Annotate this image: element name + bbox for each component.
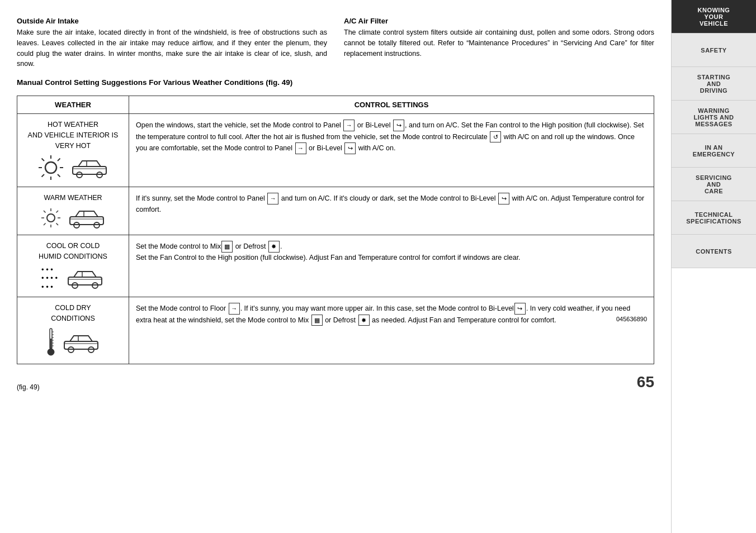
panel-icon-2: → bbox=[295, 142, 306, 154]
car-warm-icon bbox=[67, 207, 106, 229]
two-col-header: Outside Air Intake Make sure the air int… bbox=[17, 17, 654, 69]
section-title: Manual Control Setting Suggestions For V… bbox=[17, 78, 654, 87]
svg-line-8 bbox=[41, 174, 44, 177]
sidebar-item-label: STARTINGANDDRIVING bbox=[697, 74, 730, 94]
sidebar-item-servicing[interactable]: SERVICINGANDCARE bbox=[672, 168, 756, 201]
sidebar-item-safety[interactable]: SAFETY bbox=[672, 34, 756, 67]
hot-weather-icons bbox=[24, 154, 122, 181]
sun-warm-icon bbox=[40, 207, 62, 229]
sidebar-item-label: IN ANEMERGENCY bbox=[693, 144, 735, 158]
svg-line-6 bbox=[58, 174, 60, 177]
svg-point-0 bbox=[45, 162, 56, 173]
sidebar-item-starting[interactable]: STARTINGANDDRIVING bbox=[672, 67, 756, 101]
outside-air-text: Make sure the air intake, located direct… bbox=[17, 27, 327, 69]
mix-icon-2: ▦ bbox=[311, 315, 323, 326]
sidebar-item-emergency[interactable]: IN ANEMERGENCY bbox=[672, 134, 756, 168]
cold-weather-icons bbox=[24, 327, 122, 358]
sidebar: KNOWINGYOURVEHICLE SAFETY STARTINGANDDRI… bbox=[671, 0, 756, 533]
floor-icon-1: → bbox=[229, 303, 240, 315]
svg-line-20 bbox=[56, 223, 58, 226]
ac-filter-text: The climate control system filters outsi… bbox=[344, 27, 654, 59]
weather-cell-hot: HOT WEATHERAND VEHICLE INTERIOR ISVERY H… bbox=[17, 114, 129, 187]
table-row: COLD DRYCONDITIONS bbox=[17, 297, 654, 364]
table-row: WARM WEATHER bbox=[17, 187, 654, 235]
bilevel-icon-4: ↪ bbox=[514, 303, 526, 315]
sidebar-item-knowing[interactable]: KNOWINGYOURVEHICLE bbox=[672, 0, 756, 34]
ac-filter-title: A/C Air Filter bbox=[344, 17, 654, 25]
table-row: COOL OR COLDHUMID CONDITIONS • • •• • • … bbox=[17, 235, 654, 297]
sidebar-item-label: WARNINGLIGHTS ANDMESSAGES bbox=[694, 107, 734, 127]
sidebar-item-warning[interactable]: WARNINGLIGHTS ANDMESSAGES bbox=[672, 101, 756, 134]
bilevel-icon-2: ↪ bbox=[344, 142, 356, 154]
defrost-icon-2: ✸ bbox=[358, 315, 370, 326]
weather-cell-humid: COOL OR COLDHUMID CONDITIONS • • •• • • … bbox=[17, 235, 129, 297]
car-humid-icon bbox=[65, 267, 105, 289]
panel-icon-1: → bbox=[343, 120, 355, 131]
mix-icon-1: ▦ bbox=[221, 241, 233, 253]
humid-weather-icons: • • •• • • •• • • bbox=[24, 265, 122, 292]
recirc-icon-1: ↺ bbox=[490, 131, 501, 143]
outside-air-section: Outside Air Intake Make sure the air int… bbox=[17, 17, 327, 69]
svg-line-19 bbox=[44, 211, 46, 213]
svg-line-5 bbox=[41, 159, 44, 161]
fig-label: (fig. 49) bbox=[17, 383, 40, 391]
svg-line-7 bbox=[58, 159, 60, 161]
bilevel-icon-1: ↪ bbox=[393, 120, 404, 131]
weather-col-header: WEATHER bbox=[17, 96, 129, 114]
control-col-header: CONTROL SETTINGS bbox=[129, 96, 654, 114]
sidebar-item-label: SERVICINGANDCARE bbox=[696, 174, 732, 194]
ac-filter-section: A/C Air Filter The climate control syste… bbox=[344, 17, 654, 69]
page-number: 65 bbox=[637, 373, 654, 391]
bilevel-icon-3: ↪ bbox=[498, 193, 509, 204]
svg-line-22 bbox=[44, 223, 46, 226]
sidebar-item-label: TECHNICALSPECIFICATIONS bbox=[686, 211, 741, 225]
table-row: HOT WEATHERAND VEHICLE INTERIOR ISVERY H… bbox=[17, 114, 654, 187]
cold-weather-label: COLD DRYCONDITIONS bbox=[24, 303, 122, 324]
control-text-cold: Set the Mode control to Floor →. If it's… bbox=[129, 297, 654, 364]
main-content: Outside Air Intake Make sure the air int… bbox=[0, 0, 671, 533]
sun-hot-icon bbox=[37, 154, 64, 181]
bottom-row: (fig. 49) 65 bbox=[17, 373, 654, 391]
weather-cell-warm: WARM WEATHER bbox=[17, 187, 129, 235]
sidebar-item-label: SAFETY bbox=[701, 47, 726, 54]
car-cold-icon bbox=[62, 331, 101, 354]
warm-weather-label: WARM WEATHER bbox=[24, 193, 122, 203]
svg-line-21 bbox=[56, 211, 58, 213]
svg-rect-35 bbox=[50, 339, 51, 351]
outside-air-title: Outside Air Intake bbox=[17, 17, 327, 25]
hot-weather-label: HOT WEATHERAND VEHICLE INTERIOR ISVERY H… bbox=[24, 120, 122, 151]
control-text-humid: Set the Mode control to Mix▦ or Defrost … bbox=[129, 235, 654, 297]
warm-weather-icons bbox=[24, 207, 122, 229]
thermometer-icon bbox=[46, 327, 56, 358]
sidebar-item-technical[interactable]: TECHNICALSPECIFICATIONS bbox=[672, 201, 756, 235]
panel-icon-3: → bbox=[267, 193, 278, 204]
svg-point-14 bbox=[47, 214, 55, 222]
sidebar-item-contents[interactable]: CONTENTS bbox=[672, 235, 756, 268]
car-hot-icon bbox=[70, 156, 109, 179]
sidebar-item-label: KNOWINGYOURVEHICLE bbox=[698, 7, 730, 27]
control-text-warm: If it's sunny, set the Mode control to P… bbox=[129, 187, 654, 235]
defrost-icon-1: ✸ bbox=[268, 241, 280, 253]
sidebar-item-label: CONTENTS bbox=[696, 248, 732, 255]
humid-weather-label: COOL OR COLDHUMID CONDITIONS bbox=[24, 241, 122, 262]
ref-number: 045636890 bbox=[616, 315, 647, 324]
control-text-hot: Open the windows, start the vehicle, set… bbox=[129, 114, 654, 187]
weather-cell-cold: COLD DRYCONDITIONS bbox=[17, 297, 129, 364]
rain-icon: • • •• • • •• • • bbox=[41, 265, 58, 292]
weather-table: WEATHER CONTROL SETTINGS HOT WEATHERAND … bbox=[17, 96, 654, 364]
